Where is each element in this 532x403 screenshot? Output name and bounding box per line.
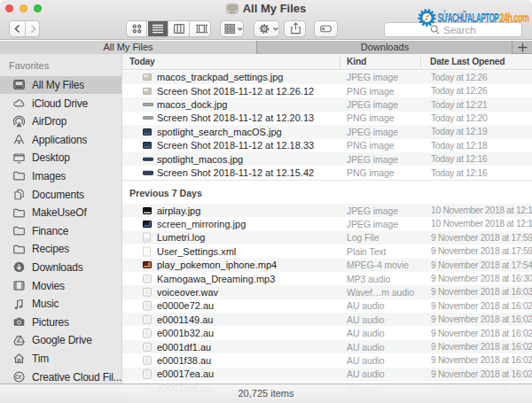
svg-text:SỬACHỮALAPTOP: SỬACHỮALAPTOP	[438, 10, 499, 25]
svg-text:24h.com: 24h.com	[500, 11, 529, 25]
